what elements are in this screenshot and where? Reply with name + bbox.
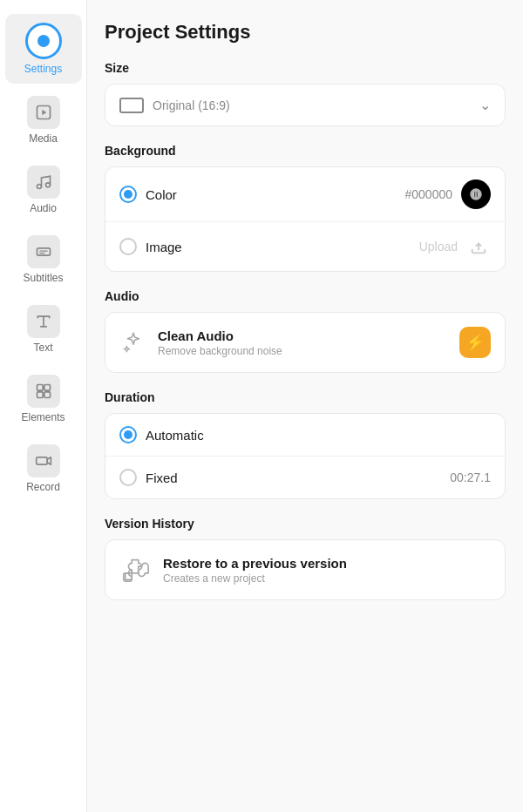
fixed-label: Fixed — [146, 470, 178, 485]
svg-rect-9 — [44, 385, 50, 391]
sidebar-item-settings[interactable]: Settings — [5, 14, 82, 84]
duration-card: Automatic Fixed 00:27.1 — [105, 413, 506, 499]
upload-icon[interactable] — [466, 234, 491, 259]
sidebar-item-subtitles[interactable]: Subtitles — [5, 227, 82, 293]
audio-section-label: Audio — [105, 289, 506, 303]
subtitles-icon — [27, 235, 60, 268]
sidebar-label-elements: Elements — [21, 411, 65, 423]
page-title: Project Settings — [105, 21, 506, 44]
background-section-label: Background — [105, 144, 506, 158]
sidebar-label-subtitles: Subtitles — [23, 272, 63, 284]
sidebar-label-record: Record — [26, 481, 60, 493]
fixed-duration-value: 00:27.1 — [450, 470, 491, 484]
audio-icon — [27, 166, 60, 199]
image-label: Image — [146, 240, 182, 254]
sidebar-label-media: Media — [29, 132, 58, 145]
chevron-down-icon: ⌄ — [479, 97, 491, 113]
record-icon — [27, 444, 60, 477]
clean-audio-label: Clean Audio — [158, 328, 282, 343]
upload-label: Upload — [419, 240, 458, 254]
background-color-row[interactable]: Color #000000 — [105, 167, 505, 221]
svg-rect-12 — [36, 457, 47, 464]
version-section-label: Version History — [105, 517, 506, 531]
duration-fixed-row[interactable]: Fixed 00:27.1 — [105, 456, 505, 498]
clean-audio-row: Clean Audio Remove background noise ⚡ — [105, 313, 505, 372]
sidebar-item-record[interactable]: Record — [5, 436, 82, 502]
restore-label: Restore to a previous version — [163, 556, 347, 571]
version-card: Restore to a previous version Creates a … — [105, 539, 506, 600]
puzzle-icon — [119, 554, 151, 585]
size-value: Original (16:9) — [153, 98, 230, 112]
color-radio[interactable] — [119, 186, 137, 203]
svg-rect-11 — [44, 392, 50, 398]
svg-point-2 — [45, 183, 50, 187]
main-content: Project Settings Size Original (16:9) ⌄ … — [87, 0, 523, 812]
color-swatch[interactable] — [461, 179, 491, 209]
svg-point-1 — [37, 185, 41, 189]
media-icon — [27, 96, 60, 129]
sparkle-icon — [119, 328, 147, 356]
size-card: Original (16:9) ⌄ — [105, 84, 506, 126]
aspect-ratio-icon — [119, 98, 144, 113]
clean-audio-desc: Remove background noise — [158, 345, 282, 357]
svg-rect-3 — [37, 248, 50, 255]
background-card: Color #000000 Image Upload — [105, 166, 506, 272]
sidebar-item-text[interactable]: Text — [5, 296, 82, 362]
sidebar-label-text: Text — [33, 342, 52, 354]
sidebar: Settings Media Audio — [0, 0, 87, 812]
size-section-label: Size — [105, 61, 506, 75]
background-image-row[interactable]: Image Upload — [105, 221, 505, 271]
fixed-radio[interactable] — [119, 469, 137, 486]
sidebar-item-audio[interactable]: Audio — [5, 157, 82, 223]
lightning-button[interactable]: ⚡ — [459, 327, 491, 358]
sidebar-label-audio: Audio — [30, 202, 57, 214]
sidebar-item-elements[interactable]: Elements — [5, 366, 82, 432]
sidebar-label-settings: Settings — [24, 63, 62, 75]
automatic-radio[interactable] — [119, 426, 137, 443]
sidebar-item-media[interactable]: Media — [5, 87, 82, 153]
settings-icon — [25, 23, 62, 59]
version-restore-row[interactable]: Restore to a previous version Creates a … — [105, 540, 505, 599]
audio-card: Clean Audio Remove background noise ⚡ — [105, 312, 506, 373]
elements-icon — [27, 375, 60, 408]
svg-rect-10 — [37, 392, 43, 398]
automatic-label: Automatic — [146, 428, 204, 443]
restore-desc: Creates a new project — [163, 572, 347, 585]
lightning-icon: ⚡ — [465, 333, 485, 352]
text-icon — [27, 305, 60, 338]
image-radio[interactable] — [119, 238, 137, 255]
duration-automatic-row[interactable]: Automatic — [105, 414, 505, 456]
size-dropdown[interactable]: Original (16:9) ⌄ — [105, 85, 505, 125]
color-hex-value: #000000 — [404, 187, 452, 201]
svg-rect-8 — [37, 385, 43, 391]
color-label: Color — [146, 187, 177, 202]
duration-section-label: Duration — [105, 390, 506, 404]
